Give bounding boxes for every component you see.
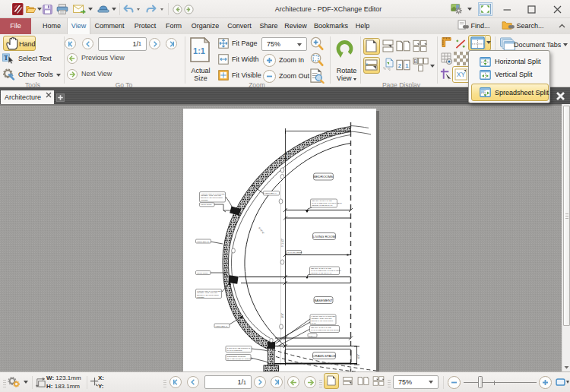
svg-text:BEDROOMS: BEDROOMS [314, 175, 334, 179]
svg-text:CORBEL: CORBEL [201, 199, 209, 201]
svg-text:CRAWLSPACE: CRAWLSPACE [312, 354, 335, 358]
svg-text:WALL: WALL [312, 322, 317, 324]
svg-text:POUR JOINT: POUR JOINT [201, 204, 212, 206]
svg-text:B: B [414, 58, 418, 64]
svg-text:FORM SET #4: FORM SET #4 [264, 192, 277, 194]
svg-text:40'-0" TRAVERSE: 40'-0" TRAVERSE [287, 251, 302, 254]
svg-text:T: T [4, 54, 8, 62]
svg-text:WALL PANELLING ON 2x3 JOISTS: WALL PANELLING ON 2x3 JOISTS [311, 329, 340, 331]
svg-text:BASEMENT: BASEMENT [314, 299, 332, 302]
svg-text:2: 2 [398, 62, 401, 69]
svg-text:LIVING ROOM: LIVING ROOM [313, 235, 336, 239]
svg-text:FORM SET #2: FORM SET #2 [197, 241, 209, 243]
svg-text:CORBEL: CORBEL [197, 296, 205, 299]
svg-text:8'-0": 8'-0" [281, 313, 284, 318]
svg-text:4'-0": 4'-0" [309, 335, 313, 337]
svg-text:FORM SET #1: FORM SET #1 [216, 325, 228, 327]
svg-text:XY: XY [457, 71, 466, 78]
svg-text:JOINTS AT TIE ON WALL: JOINTS AT TIE ON WALL [311, 272, 332, 274]
svg-text:SEAL SET OVER FLAGSTONE: SEAL SET OVER FLAGSTONE [227, 358, 253, 360]
svg-text:9'-1 1/2": 9'-1 1/2" [281, 239, 284, 247]
svg-text:4'-0": 4'-0" [357, 354, 360, 359]
svg-text:JOINTS AT TIE ON WALL: JOINTS AT TIE ON WALL [312, 204, 333, 207]
svg-text:1:1: 1:1 [193, 46, 205, 55]
svg-text:(2'-2 7/8"): (2'-2 7/8") [285, 151, 288, 161]
svg-text:WALL & FOOTING: WALL & FOOTING [227, 349, 242, 352]
svg-text:POUR JOINT: POUR JOINT [197, 272, 208, 274]
